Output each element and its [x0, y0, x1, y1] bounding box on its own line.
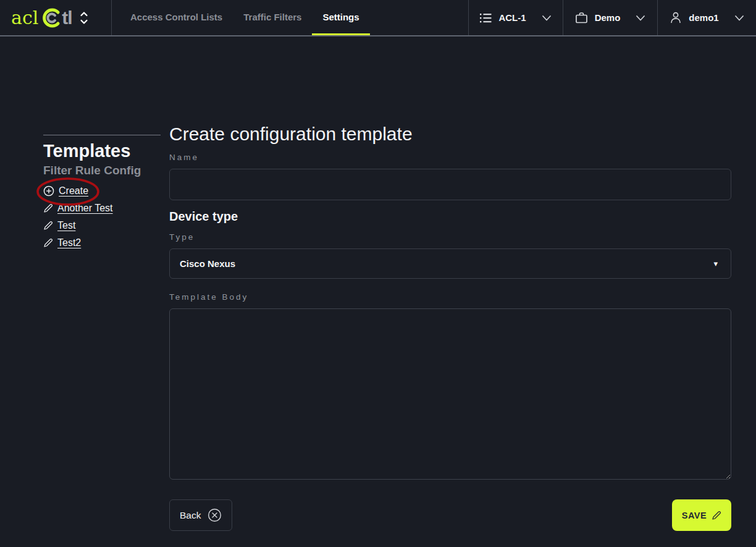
- select-caret-icon: ▾: [713, 260, 718, 268]
- template-item-row: Test2: [43, 237, 161, 248]
- device-type-selected-value: Cisco Nexus: [180, 258, 235, 269]
- create-template-form: Create configuration template Name Devic…: [169, 124, 731, 531]
- unfold-icon[interactable]: [80, 11, 88, 25]
- sidebar-title: Templates: [43, 141, 161, 161]
- template-link[interactable]: Test2: [57, 237, 81, 248]
- template-item-row: Another Test: [43, 203, 161, 214]
- name-label: Name: [169, 153, 731, 162]
- sidebar-divider: [43, 135, 161, 135]
- pencil-icon: [43, 221, 53, 231]
- briefcase-icon: [575, 11, 588, 24]
- plus-circle-icon: [43, 185, 54, 197]
- page-content: Templates Filter Rule Config Create: [0, 36, 756, 531]
- acl-selector[interactable]: ACL-1: [468, 0, 563, 35]
- save-button[interactable]: SAVE: [672, 499, 731, 531]
- workspace-selector-label: Demo: [595, 12, 621, 23]
- save-button-label: SAVE: [682, 511, 707, 520]
- device-type-select[interactable]: Cisco Nexus ▾: [169, 248, 731, 279]
- nav-traffic-filters[interactable]: Traffic Filters: [233, 0, 312, 35]
- template-link[interactable]: Test: [57, 220, 75, 231]
- form-actions: Back SAVE: [169, 499, 731, 531]
- nav-settings[interactable]: Settings: [312, 0, 369, 35]
- template-item-row: Test: [43, 220, 161, 231]
- back-button[interactable]: Back: [169, 499, 232, 531]
- back-button-label: Back: [180, 510, 201, 521]
- main-nav: Access Control Lists Traffic Filters Set…: [120, 0, 370, 35]
- template-link[interactable]: Another Test: [57, 203, 113, 214]
- user-menu[interactable]: demo1: [657, 0, 756, 35]
- page-title: Create configuration template: [169, 124, 731, 144]
- x-circle-icon: [208, 508, 222, 522]
- templates-sidebar: Templates Filter Rule Config Create: [43, 135, 161, 531]
- logo-text-acl: acl: [11, 7, 38, 28]
- logo-c-mark-icon: [41, 7, 61, 28]
- chevron-down-icon: [734, 14, 744, 22]
- name-input[interactable]: [169, 169, 731, 200]
- top-bar: acl tl Access Control Lists Traffic Filt…: [0, 0, 756, 36]
- type-label: Type: [169, 232, 731, 242]
- device-type-heading: Device type: [169, 210, 731, 223]
- workspace-selector[interactable]: Demo: [563, 0, 657, 35]
- template-links: Create Another Test Test Test2: [43, 185, 161, 248]
- list-icon: [480, 13, 492, 23]
- template-body-textarea[interactable]: [169, 308, 731, 480]
- acl-selector-label: ACL-1: [498, 12, 526, 23]
- chevron-down-icon: [636, 14, 645, 22]
- logo: acl tl: [11, 7, 72, 28]
- app-logo[interactable]: acl tl: [0, 0, 112, 35]
- pencil-icon: [43, 238, 53, 248]
- chevron-down-icon: [542, 14, 552, 22]
- sidebar-subtitle: Filter Rule Config: [43, 164, 161, 177]
- template-body-label: Template Body: [169, 292, 731, 302]
- person-icon: [670, 11, 682, 24]
- header-selectors: ACL-1 Demo demo1: [468, 0, 756, 35]
- create-template-row: Create: [43, 185, 161, 197]
- user-menu-label: demo1: [689, 12, 718, 23]
- create-template-link[interactable]: Create: [59, 185, 88, 197]
- pencil-icon: [712, 511, 721, 520]
- pencil-icon: [43, 203, 53, 213]
- nav-access-control-lists[interactable]: Access Control Lists: [120, 0, 233, 35]
- logo-text-tl: tl: [62, 7, 72, 28]
